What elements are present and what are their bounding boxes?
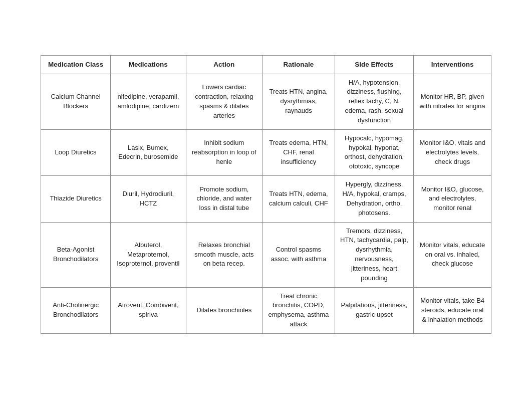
cell-side_effects-0: H/A, hypotension, dizziness, flushing, r…	[335, 74, 414, 129]
table-row: Beta-Agonist BronchodilatorsAlbuterol, M…	[41, 222, 491, 287]
cell-medications-0: nifedipine, verapamil, amlodipine, cardi…	[111, 74, 186, 129]
cell-rationale-0: Treats HTN, angina, dysrythmias, raynaud…	[262, 74, 335, 129]
table-row: Calcium Channel Blockersnifedipine, vera…	[41, 74, 491, 129]
cell-interventions-0: Monitor HR, BP, given with nitrates for …	[414, 74, 491, 129]
medication-table: Medication Class Medications Action Rati…	[41, 55, 491, 334]
header-rationale: Rationale	[262, 56, 335, 74]
cell-action-1: Inhibit sodium reabsorption in loop of h…	[186, 129, 262, 175]
header-class: Medication Class	[41, 56, 111, 74]
cell-rationale-1: Treats edema, HTN, CHF, renal insufficie…	[262, 129, 335, 175]
cell-rationale-2: Treats HTN, edema, calcium calculi, CHF	[262, 176, 335, 222]
cell-action-0: Lowers cardiac contraction, relaxing spa…	[186, 74, 262, 129]
header-side-effects: Side Effects	[335, 56, 414, 74]
cell-action-4: Dilates bronchioles	[186, 287, 262, 333]
cell-side_effects-4: Palpitations, jitteriness, gastric upset	[335, 287, 414, 333]
cell-class-3: Beta-Agonist Bronchodilators	[41, 222, 111, 287]
table-row: Thiazide DiureticsDiuril, Hydrodiuril, H…	[41, 176, 491, 222]
cell-medications-4: Atrovent, Combivent, spiriva	[111, 287, 186, 333]
cell-medications-1: Lasix, Bumex, Edecrin, burosemide	[111, 129, 186, 175]
cell-action-3: Relaxes bronchial smooth muscle, acts on…	[186, 222, 262, 287]
cell-interventions-4: Monitor vitals, take B4 steroids, educat…	[414, 287, 491, 333]
cell-interventions-2: Monitor I&O, glucose, and electrolytes, …	[414, 176, 491, 222]
cell-side_effects-3: Tremors, dizziness, HTN, tachycardia, pa…	[335, 222, 414, 287]
page-container: Medication Class Medications Action Rati…	[0, 0, 532, 412]
cell-class-4: Anti-Cholinergic Bronchodilators	[41, 287, 111, 333]
cell-medications-3: Albuterol, Metaproternol, Isoproternol, …	[111, 222, 186, 287]
cell-rationale-3: Control spasms assoc. with asthma	[262, 222, 335, 287]
cell-class-1: Loop Diuretics	[41, 129, 111, 175]
table-row: Anti-Cholinergic BronchodilatorsAtrovent…	[41, 287, 491, 333]
cell-class-0: Calcium Channel Blockers	[41, 74, 111, 129]
cell-interventions-1: Monitor I&O, vitals and electrolytes lev…	[414, 129, 491, 175]
header-action: Action	[186, 56, 262, 74]
cell-rationale-4: Treat chronic bronchitis, COPD, emphysem…	[262, 287, 335, 333]
table-row: Loop DiureticsLasix, Bumex, Edecrin, bur…	[41, 129, 491, 175]
table-header-row: Medication Class Medications Action Rati…	[41, 56, 491, 74]
cell-action-2: Promote sodium, chloride, and water loss…	[186, 176, 262, 222]
cell-side_effects-2: Hypergly, dizziness, H/A, hypokal, cramp…	[335, 176, 414, 222]
header-medications: Medications	[111, 56, 186, 74]
cell-interventions-3: Monitor vitals, educate on oral vs. inha…	[414, 222, 491, 287]
cell-class-2: Thiazide Diuretics	[41, 176, 111, 222]
cell-side_effects-1: Hypocalc, hypomag, hypokal, hyponat, ort…	[335, 129, 414, 175]
header-interventions: Interventions	[414, 56, 491, 74]
cell-medications-2: Diuril, Hydrodiuril, HCTZ	[111, 176, 186, 222]
